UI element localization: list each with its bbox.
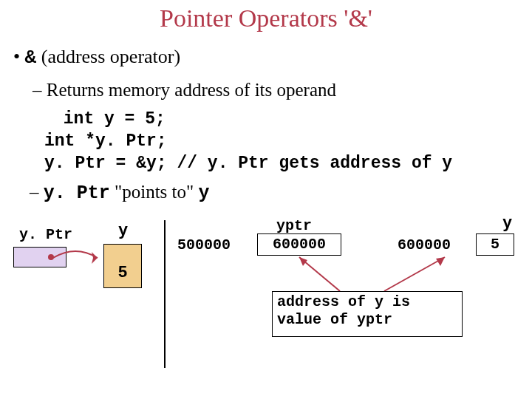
- points-to-text: "points to": [110, 182, 199, 202]
- svg-marker-4: [436, 257, 445, 266]
- right-yptr-label: yptr: [276, 217, 312, 234]
- left-y-value: 5: [104, 264, 141, 282]
- right-yptr-box: 600000: [257, 233, 341, 256]
- right-addr-600000: 600000: [398, 236, 451, 253]
- note-line-2: value of yptr: [277, 311, 457, 329]
- code-line-2: int *y. Ptr;: [44, 132, 167, 151]
- right-y-label: y: [502, 214, 512, 233]
- svg-marker-2: [299, 257, 307, 266]
- y-text: y: [199, 183, 210, 204]
- note-line-1: address of y is: [277, 293, 457, 311]
- left-yptr-box: [13, 247, 66, 267]
- left-y-box: 5: [103, 244, 142, 288]
- code-line-1: int y = 5;: [53, 109, 166, 129]
- svg-line-1: [299, 257, 340, 291]
- slide: Pointer Operators '&' • & (address opera…: [0, 0, 532, 399]
- yptr-text: y. Ptr: [44, 183, 110, 204]
- left-y-label: y: [118, 222, 128, 240]
- slide-title: Pointer Operators '&': [0, 4, 532, 33]
- right-y-box: 5: [476, 233, 514, 256]
- code-line-3: y. Ptr = &y; // y. Ptr gets address of y: [44, 154, 452, 173]
- vertical-divider: [164, 220, 166, 368]
- bullet-level-2-returns: – Returns memory address of its operand: [33, 80, 336, 100]
- dash-prefix: –: [30, 182, 44, 202]
- bullet-level-2-points-to: – y. Ptr "points to" y: [30, 182, 210, 204]
- svg-line-3: [384, 257, 445, 291]
- right-addr-500000: 500000: [177, 236, 231, 253]
- right-note-box: address of y is value of yptr: [272, 291, 463, 337]
- ampersand-code: &: [25, 47, 37, 69]
- left-yptr-label: y. Ptr: [19, 226, 72, 243]
- bullet-level-1: • & (address operator): [13, 46, 180, 69]
- left-yptr-dot: [48, 254, 54, 260]
- svg-marker-0: [92, 252, 98, 264]
